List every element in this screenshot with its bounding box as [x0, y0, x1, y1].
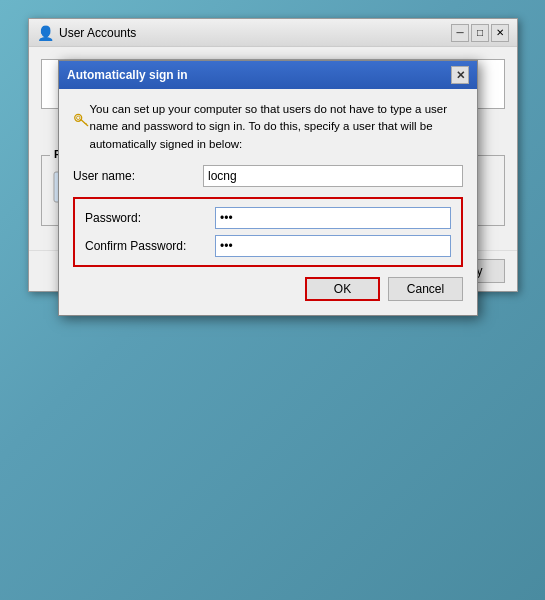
password-fields-group: Password: Confirm Password: [73, 197, 463, 267]
key-icon [73, 101, 90, 139]
confirm-password-label: Confirm Password: [85, 239, 215, 253]
info-row: You can set up your computer so that use… [73, 101, 463, 153]
inner-dialog-title: Automatically sign in [67, 68, 451, 82]
inner-close-button[interactable]: ✕ [451, 66, 469, 84]
password-row: Password: [85, 207, 451, 229]
svg-line-5 [81, 120, 88, 126]
inner-titlebar: Automatically sign in ✕ [59, 61, 477, 89]
svg-line-7 [86, 123, 87, 124]
close-button[interactable]: ✕ [491, 24, 509, 42]
outer-window-title: User Accounts [59, 26, 449, 40]
maximize-button[interactable]: □ [471, 24, 489, 42]
svg-line-6 [85, 123, 86, 124]
username-value: locng [208, 169, 237, 183]
confirm-password-input[interactable] [215, 235, 451, 257]
password-label: Password: [85, 211, 215, 225]
autosignin-dialog: Automatically sign in ✕ You can set up y… [58, 60, 478, 316]
window-icon: 👤 [37, 25, 53, 41]
cancel-button[interactable]: Cancel [388, 277, 463, 301]
password-input[interactable] [215, 207, 451, 229]
svg-point-4 [76, 116, 79, 119]
username-row: User name: locng [73, 165, 463, 187]
info-description: You can set up your computer so that use… [90, 101, 464, 153]
inner-dialog-buttons: OK Cancel [73, 277, 463, 301]
outer-titlebar: 👤 User Accounts ─ □ ✕ [29, 19, 517, 47]
username-display: locng [203, 165, 463, 187]
ok-button[interactable]: OK [305, 277, 380, 301]
username-label: User name: [73, 169, 203, 183]
inner-body: You can set up your computer so that use… [59, 89, 477, 315]
confirm-password-row: Confirm Password: [85, 235, 451, 257]
minimize-button[interactable]: ─ [451, 24, 469, 42]
